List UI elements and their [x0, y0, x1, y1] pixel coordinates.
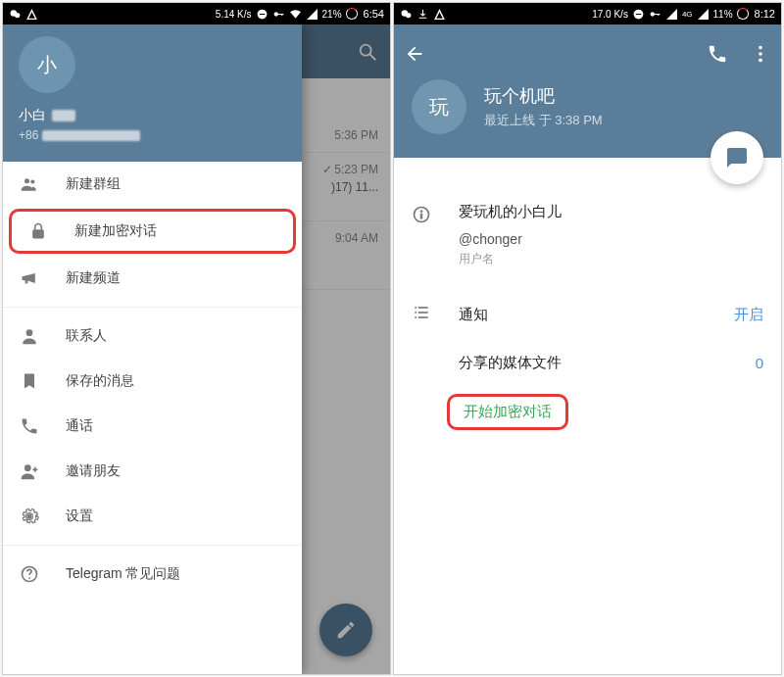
signal-icon [697, 8, 710, 21]
svg-point-12 [26, 329, 33, 336]
profile-header: 玩 玩个机吧 最近上线 于 3:38 PM [394, 24, 781, 158]
svg-point-18 [406, 12, 411, 17]
network-rate: 17.0 K/s [592, 9, 628, 20]
menu-label: 新建群组 [66, 175, 121, 193]
gear-icon [20, 507, 39, 526]
svg-rect-22 [654, 13, 660, 14]
svg-rect-32 [415, 312, 416, 314]
signal-icon [306, 8, 318, 21]
divider [3, 545, 302, 546]
key-icon [649, 8, 662, 21]
svg-rect-34 [415, 316, 416, 318]
group-icon [20, 174, 39, 194]
svg-point-25 [759, 52, 762, 56]
menu-label: 新建加密对话 [74, 222, 157, 240]
bookmark-icon [20, 371, 39, 391]
warning-icon [25, 8, 38, 21]
svg-point-16 [28, 577, 30, 579]
menu-new-channel[interactable]: 新建频道 [3, 256, 302, 301]
menu-calls[interactable]: 通话 [3, 404, 302, 449]
key-icon [272, 8, 285, 21]
battery-circle-icon [346, 8, 358, 20]
wifi-icon [289, 8, 302, 21]
left-phone-screenshot: 5.14 K/s 21% 6:54 5:36 PM ✓5:23 PM )17) … [2, 2, 391, 675]
profile-content: 爱玩机的小白儿 @chonger 用户名 通知 开启 分享的媒体文件 0 开始加… [394, 158, 781, 674]
svg-rect-20 [636, 13, 641, 14]
menu-label: 邀请朋友 [66, 462, 121, 480]
drawer-menu: 新建群组 新建加密对话 新建频道 联系人 [3, 162, 302, 674]
svg-rect-30 [415, 307, 416, 309]
battery-percent: 11% [713, 9, 733, 20]
menu-saved-messages[interactable]: 保存的消息 [3, 359, 302, 404]
menu-contacts[interactable]: 联系人 [3, 314, 302, 359]
dnd-icon [632, 8, 645, 21]
menu-invite-friends[interactable]: 邀请朋友 [3, 449, 302, 494]
username-text[interactable]: @chonger [459, 231, 562, 247]
highlight-start-secret-chat[interactable]: 开始加密对话 [447, 394, 568, 430]
lock-icon [28, 221, 48, 241]
network-rate: 5.14 K/s [216, 9, 252, 20]
svg-point-9 [24, 178, 29, 183]
wechat-icon [400, 8, 413, 21]
bio-text: 爱玩机的小白儿 [459, 203, 562, 221]
menu-label: 新建频道 [66, 269, 121, 287]
svg-rect-23 [658, 13, 659, 15]
call-icon[interactable] [707, 43, 728, 65]
svg-rect-5 [277, 13, 283, 14]
divider [3, 307, 302, 308]
clock-time: 8:12 [755, 8, 775, 20]
add-person-icon [20, 461, 39, 481]
battery-circle-icon [737, 8, 749, 20]
megaphone-icon [20, 268, 39, 288]
svg-point-13 [24, 464, 31, 471]
drawer-header: 小 小白 +86 [3, 24, 302, 162]
notifications-label: 通知 [459, 306, 709, 324]
message-fab[interactable] [710, 131, 763, 184]
svg-point-21 [651, 12, 655, 16]
svg-rect-29 [420, 214, 422, 218]
drawer-scrim[interactable] [302, 24, 390, 674]
contact-avatar[interactable]: 玩 [412, 79, 466, 134]
download-icon [416, 8, 429, 21]
svg-point-10 [30, 179, 34, 183]
menu-settings[interactable]: 设置 [3, 494, 302, 539]
contact-status: 最近上线 于 3:38 PM [484, 112, 603, 129]
menu-label: 联系人 [66, 327, 107, 345]
list-icon [412, 303, 431, 322]
clock-time: 6:54 [364, 8, 384, 20]
notifications-row[interactable]: 通知 开启 [394, 289, 781, 340]
shared-media-row[interactable]: 分享的媒体文件 0 [394, 340, 781, 386]
navigation-drawer: 小 小白 +86 新建群组 新建加密对话 新建频道 [3, 24, 302, 674]
more-icon[interactable] [750, 43, 771, 65]
svg-point-4 [273, 12, 277, 16]
help-icon [20, 564, 39, 584]
back-icon[interactable] [404, 43, 425, 65]
shared-media-label: 分享的媒体文件 [459, 354, 730, 372]
svg-point-1 [15, 12, 20, 17]
user-name: 小白 [19, 107, 286, 124]
username-label: 用户名 [459, 251, 562, 267]
svg-point-28 [420, 211, 422, 213]
highlight-new-secret-chat: 新建加密对话 [9, 209, 296, 254]
user-avatar[interactable]: 小 [19, 36, 75, 93]
svg-rect-6 [281, 13, 282, 15]
info-icon [412, 205, 431, 224]
svg-rect-35 [418, 316, 428, 318]
menu-label: Telegram 常见问题 [66, 565, 180, 583]
contact-name: 玩个机吧 [484, 84, 603, 108]
start-secret-chat-label: 开始加密对话 [464, 403, 552, 419]
wechat-icon [9, 8, 22, 21]
battery-percent: 21% [322, 9, 342, 20]
menu-new-group[interactable]: 新建群组 [3, 162, 302, 207]
shared-media-value: 0 [756, 355, 763, 371]
svg-point-26 [759, 59, 762, 63]
svg-point-24 [759, 46, 762, 50]
svg-rect-33 [418, 312, 428, 314]
network-type: 4G [682, 10, 693, 19]
menu-label: 设置 [66, 508, 93, 525]
menu-faq[interactable]: Telegram 常见问题 [3, 552, 302, 597]
status-bar: 17.0 K/s 4G 11% 8:12 [394, 3, 781, 24]
menu-label: 通话 [66, 417, 93, 435]
menu-new-secret-chat[interactable]: 新建加密对话 [12, 212, 289, 251]
right-phone-screenshot: 17.0 K/s 4G 11% 8:12 玩 玩个机吧 最近上线 于 3:38 … [393, 2, 782, 675]
